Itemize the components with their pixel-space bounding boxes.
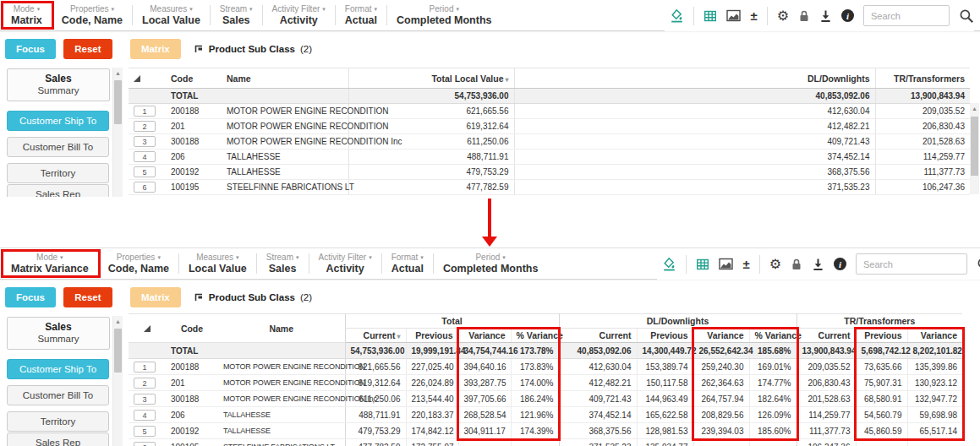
toolbar-menu[interactable]: Stream▾ Sales [211, 0, 262, 30]
sidebar-item-customer-ship-to[interactable]: Customer Ship To [7, 359, 109, 379]
search-input[interactable] [863, 5, 950, 26]
toolbar-menu[interactable]: Properties▾ Code, Name [99, 248, 178, 279]
focus-button[interactable]: Focus [5, 39, 56, 59]
matrix-level-chip[interactable]: Product Sub Class (2) [194, 44, 312, 54]
sidebar-item-sales-rep[interactable]: Sales Rep [7, 432, 109, 446]
code-link[interactable]: 201 [166, 375, 218, 391]
search-icon[interactable] [959, 8, 974, 24]
sidebar-item-summary[interactable]: Sales Summary [7, 68, 110, 101]
toolbar-menu[interactable]: Measures▾ Local Value [179, 248, 256, 279]
scroll-up-icon[interactable]: ▲ [113, 316, 123, 324]
toolbar-menu[interactable]: Format▾ Actual [382, 248, 433, 279]
tr-column-header[interactable]: TR/Transformers [875, 68, 970, 89]
sidebar-item-territory[interactable]: Territory [7, 163, 109, 183]
previous-column-header[interactable]: Previous [406, 329, 458, 343]
chart-view-icon[interactable] [726, 9, 741, 22]
scrollbar-thumb[interactable] [114, 80, 122, 124]
row-number-button[interactable]: 5 [134, 166, 156, 177]
download-icon[interactable] [819, 9, 832, 23]
code-link[interactable]: 300188 [166, 134, 222, 150]
code-link[interactable]: 200192 [166, 165, 222, 180]
toolbar-menu[interactable]: Format▾ Actual [336, 0, 386, 30]
code-link[interactable]: 200188 [166, 104, 222, 119]
row-number-button[interactable]: 1 [134, 106, 156, 117]
info-icon[interactable]: i [841, 9, 854, 22]
variance-column-header[interactable]: Variance [458, 329, 511, 343]
name-column-header[interactable]: Name [222, 68, 348, 89]
sidebar-item-territory[interactable]: Territory [7, 411, 109, 432]
lock-icon[interactable] [791, 258, 802, 271]
fill-color-icon[interactable] [670, 8, 684, 23]
row-number-button[interactable]: 2 [134, 378, 156, 389]
row-number-button[interactable]: 2 [134, 121, 156, 132]
plus-minus-icon[interactable]: ± [750, 9, 757, 22]
mode-menu[interactable]: Mode▾ Matrix Variance [2, 248, 98, 279]
toolbar-menu[interactable]: Activity Filter▾ Activity [263, 0, 335, 30]
mode-menu[interactable]: Mode▾ Matrix [2, 0, 52, 30]
lock-icon[interactable] [798, 9, 810, 23]
code-link[interactable]: 206 [166, 150, 222, 165]
search-icon[interactable] [977, 257, 980, 272]
collapse-corner-icon[interactable] [129, 314, 166, 343]
row-number-button[interactable]: 4 [134, 410, 156, 421]
scrollbar-thumb[interactable] [114, 329, 122, 373]
matrix-level-chip[interactable]: Product Sub Class (2) [194, 292, 312, 302]
scrollbar-thumb[interactable] [971, 117, 978, 176]
matrix-button[interactable]: Matrix [130, 287, 181, 307]
sidebar-item-summary[interactable]: Sales Summary [7, 317, 110, 350]
code-link[interactable]: 206 [166, 407, 218, 423]
row-number-button[interactable]: 6 [134, 442, 156, 446]
dl-column-header[interactable]: DL/Downlights [514, 68, 875, 89]
code-link[interactable]: 300188 [166, 391, 218, 407]
grid-view-icon[interactable] [704, 9, 717, 23]
row-number-button[interactable]: 3 [134, 136, 156, 147]
code-link[interactable]: 201 [166, 119, 222, 134]
name-column-header[interactable]: Name [218, 314, 345, 343]
code-link[interactable]: 200188 [166, 359, 218, 375]
previous-column-header[interactable]: Previous [856, 329, 907, 343]
previous-column-header[interactable]: Previous [637, 329, 693, 343]
code-column-header[interactable]: Code [166, 68, 222, 89]
current-column-header[interactable]: Current [559, 329, 637, 343]
code-link[interactable]: 100195 [166, 439, 218, 446]
row-number-button[interactable]: 3 [134, 394, 156, 405]
row-number-button[interactable]: 6 [134, 182, 156, 193]
focus-button[interactable]: Focus [5, 287, 56, 307]
current-column-header[interactable]: Current [797, 329, 856, 343]
code-link[interactable]: 100195 [166, 180, 222, 195]
settings-gear-icon[interactable]: ⚙ [769, 258, 781, 271]
info-icon[interactable]: i [834, 258, 846, 270]
toolbar-menu[interactable]: Period▾ Completed Months [387, 0, 501, 30]
variance-column-header[interactable]: Variance [693, 329, 749, 343]
row-number-button[interactable]: 1 [134, 362, 156, 373]
toolbar-menu[interactable]: Measures▾ Local Value [133, 0, 210, 30]
sidebar-item-customer-bill-to[interactable]: Customer Bill To [7, 137, 109, 157]
reset-button[interactable]: Reset [63, 39, 112, 59]
code-link[interactable]: 200192 [166, 423, 218, 439]
fill-color-icon[interactable] [662, 257, 676, 271]
row-number-button[interactable]: 5 [134, 426, 156, 437]
variance-column-header[interactable]: Variance [907, 329, 962, 343]
matrix-button[interactable]: Matrix [130, 39, 181, 59]
pct-variance-column-header[interactable]: % Variance [511, 329, 559, 343]
settings-gear-icon[interactable]: ⚙ [777, 9, 789, 23]
chart-view-icon[interactable] [719, 258, 733, 270]
code-column-header[interactable]: Code [166, 314, 218, 343]
pct-variance-column-header[interactable]: % Variance [749, 329, 797, 343]
toolbar-menu[interactable]: Period▾ Completed Months [434, 248, 548, 279]
search-input[interactable] [856, 253, 967, 275]
scroll-up-icon[interactable]: ▲ [113, 68, 123, 76]
scroll-up-icon[interactable]: ▲ [970, 103, 979, 112]
sidebar-item-customer-ship-to[interactable]: Customer Ship To [7, 111, 109, 131]
plus-minus-icon[interactable]: ± [742, 258, 749, 270]
grid-view-icon[interactable] [696, 258, 709, 271]
sidebar-item-customer-bill-to[interactable]: Customer Bill To [7, 385, 109, 405]
sidebar-item-sales-rep[interactable]: Sales Rep [7, 184, 109, 197]
current-column-header[interactable]: Current▾ [345, 329, 406, 343]
row-number-button[interactable]: 4 [134, 151, 156, 162]
toolbar-menu[interactable]: Properties▾ Code, Name [52, 0, 132, 30]
toolbar-menu[interactable]: Activity Filter▾ Activity [309, 248, 381, 279]
collapse-corner-icon[interactable] [129, 68, 166, 89]
reset-button[interactable]: Reset [63, 287, 112, 307]
download-icon[interactable] [812, 258, 824, 271]
